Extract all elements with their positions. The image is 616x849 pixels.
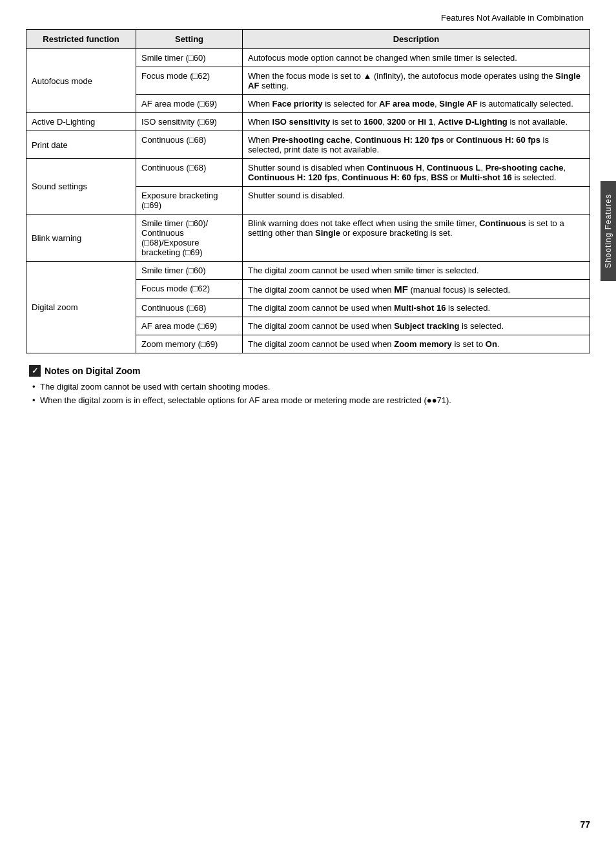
desc-continuous-print: When Pre-shooting cache, Continuous H: 1… [243,131,590,159]
desc-focus-mode-dz: The digital zoom cannot be used when MF … [243,280,590,299]
setting-zoom-memory: Zoom memory (□69) [136,335,243,353]
header-title: Features Not Available in Combination [441,13,584,23]
sidebar-label: Shooting Features [601,181,616,281]
desc-exposure-bracketing-sound: Shutter sound is disabled. [243,187,590,215]
features-table: Restricted function Setting Description … [26,29,590,353]
col-header-description: Description [243,30,590,49]
check-icon: ✓ [29,365,41,377]
setting-af-area-1: AF area mode (□69) [136,95,243,113]
setting-continuous-dz: Continuous (□68) [136,299,243,317]
col-header-restricted: Restricted function [26,30,136,49]
page-header: Features Not Available in Combination [26,13,590,23]
desc-focus-mode-1: When the focus mode is set to ▲ (infinit… [243,67,590,95]
notes-section: ✓ Notes on Digital Zoom The digital zoom… [26,365,590,405]
desc-af-area-dz: The digital zoom cannot be used when Sub… [243,317,590,335]
notes-list: The digital zoom cannot be used with cer… [29,382,590,405]
restricted-autofocus: Autofocus mode [26,49,136,113]
table-row: Blink warning Smile timer (□60)/Continuo… [26,215,590,262]
restricted-sound: Sound settings [26,159,136,215]
desc-blink: Blink warning does not take effect when … [243,215,590,262]
col-header-setting: Setting [136,30,243,49]
restricted-blink: Blink warning [26,215,136,262]
desc-continuous-dz: The digital zoom cannot be used when Mul… [243,299,590,317]
table-row: Autofocus mode Smile timer (□60) Autofoc… [26,49,590,67]
restricted-digital-zoom: Digital zoom [26,262,136,353]
desc-zoom-memory: The digital zoom cannot be used when Zoo… [243,335,590,353]
desc-smile-timer-dz: The digital zoom cannot be used when smi… [243,262,590,280]
table-row: Sound settings Continuous (□68) Shutter … [26,159,590,187]
setting-focus-mode-1: Focus mode (□62) [136,67,243,95]
setting-smile-timer-dz: Smile timer (□60) [136,262,243,280]
desc-iso: When ISO sensitivity is set to 1600, 320… [243,113,590,131]
desc-af-area-1: When Face priority is selected for AF ar… [243,95,590,113]
page-number: 77 [580,819,590,830]
setting-iso: ISO sensitivity (□69) [136,113,243,131]
notes-item-2: When the digital zoom is in effect, sele… [32,395,590,405]
setting-focus-mode-dz: Focus mode (□62) [136,280,243,299]
desc-continuous-sound: Shutter sound is disabled when Continuou… [243,159,590,187]
table-row: Active D-Lighting ISO sensitivity (□69) … [26,113,590,131]
notes-title-text: Notes on Digital Zoom [45,366,141,376]
table-row: Print date Continuous (□68) When Pre-sho… [26,131,590,159]
setting-continuous-sound: Continuous (□68) [136,159,243,187]
setting-exposure-bracketing-sound: Exposure bracketing (□69) [136,187,243,215]
restricted-print-date: Print date [26,131,136,159]
table-row: Digital zoom Smile timer (□60) The digit… [26,262,590,280]
setting-blink: Smile timer (□60)/Continuous (□68)/Expos… [136,215,243,262]
setting-continuous-print: Continuous (□68) [136,131,243,159]
desc-smile-timer-1: Autofocus mode option cannot be changed … [243,49,590,67]
setting-af-area-dz: AF area mode (□69) [136,317,243,335]
notes-item-1: The digital zoom cannot be used with cer… [32,382,590,392]
setting-smile-timer-1: Smile timer (□60) [136,49,243,67]
restricted-active-d: Active D-Lighting [26,113,136,131]
notes-title: ✓ Notes on Digital Zoom [29,365,590,377]
